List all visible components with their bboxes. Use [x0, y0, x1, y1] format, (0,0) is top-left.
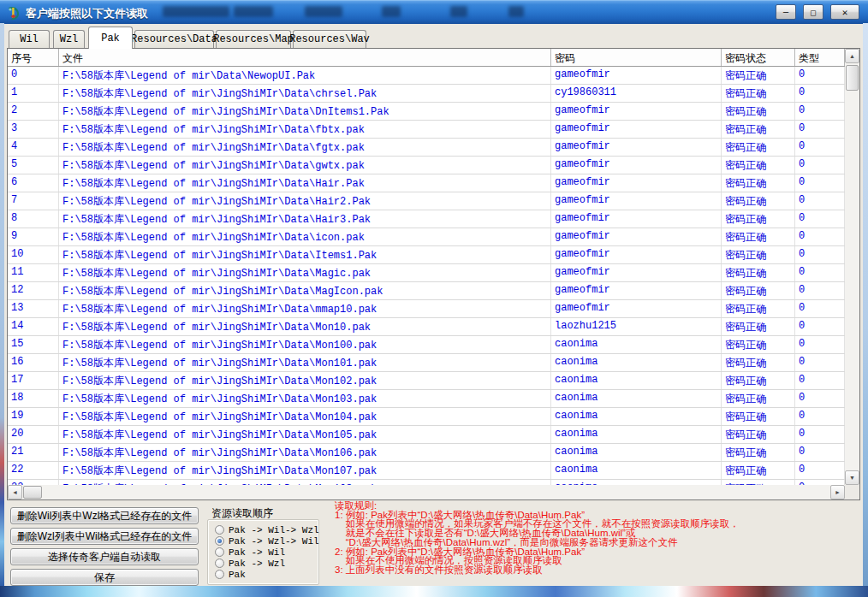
cell-file: F:\58版本库\Legend of mir\JingShiMIr\Data\M…	[59, 372, 551, 389]
table-row[interactable]: 20F:\58版本库\Legend of mir\JingShiMIr\Data…	[8, 426, 845, 444]
horizontal-scroll-thumb[interactable]	[23, 486, 42, 499]
cell-password: gameofmir	[551, 139, 722, 156]
cell-status: 密码正确	[722, 174, 795, 192]
cell-password: caonima	[551, 390, 722, 407]
table-body: 0F:\58版本库\Legend of mir\Data\NewopUI.Pak…	[8, 67, 845, 485]
radio-option-2[interactable]: Pak -> Wzl-> Wil	[215, 535, 319, 547]
cell-password: laozhu1215	[551, 318, 722, 335]
cell-password: caonima	[551, 426, 722, 443]
tab-pak[interactable]: Pak	[88, 27, 133, 49]
auto-read-client-button[interactable]: 选择传奇客户端自动读取	[10, 548, 199, 565]
tab-wil[interactable]: Wil	[9, 30, 50, 48]
tab-resources-map[interactable]: Resources\Map	[216, 30, 291, 48]
cell-status: 密码正确	[722, 282, 795, 299]
table-row[interactable]: 14F:\58版本库\Legend of mir\JingShiMIr\Data…	[8, 318, 845, 336]
scroll-up-button[interactable]: ▲	[845, 49, 859, 63]
column-header-status[interactable]: 密码状态	[722, 49, 795, 66]
cell-file: F:\58版本库\Legend of mir\JingShiMIr\Data\M…	[59, 444, 551, 461]
table-row[interactable]: 9F:\58版本库\Legend of mir\JingShiMIr\Data\…	[8, 228, 845, 246]
horizontal-scrollbar[interactable]: ◄ ►	[8, 485, 845, 499]
cell-password: gameofmir	[551, 246, 722, 263]
cell-status: 密码正确	[722, 103, 795, 120]
table-row[interactable]: 1F:\58版本库\Legend of mir\JingShiMIr\Data\…	[8, 85, 845, 103]
scroll-down-button[interactable]: ▼	[845, 470, 859, 485]
table-row[interactable]: 2F:\58版本库\Legend of mir\JingShiMIr\Data\…	[8, 103, 845, 121]
resource-order-options: Pak -> Wil-> WzlPak -> Wzl-> WilPak -> W…	[207, 519, 319, 585]
table-row[interactable]: 16F:\58版本库\Legend of mir\JingShiMIr\Data…	[8, 354, 845, 372]
table-row[interactable]: 13F:\58版本库\Legend of mir\JingShiMIr\Data…	[8, 300, 845, 318]
delete-wil-duplicates-button[interactable]: 删除Wil列表中Wzl格式已经存在的文件	[10, 507, 199, 524]
radio-option-5[interactable]: Pak	[215, 569, 246, 580]
cell-status: 密码正确	[722, 85, 795, 102]
table-header: 序号文件密码密码状态类型	[8, 49, 845, 67]
table-row[interactable]: 15F:\58版本库\Legend of mir\JingShiMIr\Data…	[8, 336, 845, 354]
table-row[interactable]: 5F:\58版本库\Legend of mir\JingShiMIr\Data\…	[8, 157, 845, 174]
cell-type: 0	[795, 67, 845, 84]
cell-status: 密码正确	[722, 318, 795, 335]
table-row[interactable]: 7F:\58版本库\Legend of mir\JingShiMIr\Data\…	[8, 192, 845, 210]
table-row[interactable]: 22F:\58版本库\Legend of mir\JingShiMIr\Data…	[8, 462, 845, 480]
column-header-file[interactable]: 文件	[59, 49, 551, 66]
cell-file: F:\58版本库\Legend of mir\JingShiMIr\Data\M…	[59, 318, 551, 335]
cell-type: 0	[795, 139, 845, 156]
window-border-bottom	[0, 586, 868, 597]
cell-type: 0	[795, 85, 845, 102]
cell-password: gameofmir	[551, 210, 722, 228]
cell-type: 0	[795, 444, 845, 461]
close-button[interactable]: ✕	[830, 4, 859, 20]
radio-option-1[interactable]: Pak -> Wil-> Wzl	[215, 524, 319, 535]
column-header-index[interactable]: 序号	[8, 49, 59, 66]
column-header-password[interactable]: 密码	[551, 49, 722, 66]
tab-resources-wav[interactable]: Resources\Wav	[293, 30, 366, 48]
radio-option-4[interactable]: Pak -> Wzl	[215, 558, 285, 569]
cell-type: 0	[795, 462, 845, 479]
vertical-scrollbar[interactable]: ▲ ▼	[845, 49, 859, 485]
radio-icon	[215, 559, 224, 568]
cell-password: gameofmir	[551, 192, 722, 210]
table-row[interactable]: 11F:\58版本库\Legend of mir\JingShiMIr\Data…	[8, 264, 845, 282]
cell-status: 密码正确	[722, 210, 795, 228]
cell-file: F:\58版本库\Legend of mir\JingShiMIr\Data\M…	[59, 282, 551, 299]
scroll-right-button[interactable]: ►	[830, 485, 845, 499]
tab-wzl[interactable]: Wzl	[53, 30, 85, 48]
delete-wzl-duplicates-button[interactable]: 删除Wzl列表中Wil格式已经存在的文件	[10, 528, 199, 545]
cell-type: 0	[795, 246, 845, 263]
cell-status: 密码正确	[722, 139, 795, 156]
cell-index: 1	[8, 85, 59, 102]
cell-file: F:\58版本库\Legend of mir\JingShiMIr\Data\M…	[59, 390, 551, 407]
table-row[interactable]: 19F:\58版本库\Legend of mir\JingShiMIr\Data…	[8, 408, 845, 426]
app-icon	[6, 5, 21, 21]
table-row[interactable]: 18F:\58版本库\Legend of mir\JingShiMIr\Data…	[8, 390, 845, 408]
cell-index: 17	[8, 372, 59, 389]
table-row[interactable]: 17F:\58版本库\Legend of mir\JingShiMIr\Data…	[8, 372, 845, 390]
table-row[interactable]: 10F:\58版本库\Legend of mir\JingShiMIr\Data…	[8, 246, 845, 264]
column-header-type[interactable]: 类型	[795, 49, 845, 66]
table-row[interactable]: 0F:\58版本库\Legend of mir\Data\NewopUI.Pak…	[8, 67, 845, 85]
tab-resources-data[interactable]: Resources\Data	[134, 30, 214, 48]
title-bar[interactable]: 客户端按照以下文件读取 ─ □ ✕	[0, 0, 868, 24]
radio-option-3[interactable]: Pak -> Wil	[215, 547, 285, 558]
maximize-button[interactable]: □	[803, 4, 823, 20]
table-row[interactable]: 3F:\58版本库\Legend of mir\JingShiMIr\Data\…	[8, 121, 845, 139]
cell-status: 密码正确	[722, 390, 795, 407]
table-row[interactable]: 6F:\58版本库\Legend of mir\JingShiMIr\Data\…	[8, 174, 845, 192]
cell-index: 3	[8, 121, 59, 138]
table-row[interactable]: 12F:\58版本库\Legend of mir\JingShiMIr\Data…	[8, 282, 845, 300]
minimize-button[interactable]: ─	[776, 4, 796, 20]
cell-status: 密码正确	[722, 336, 795, 353]
cell-password: caonima	[551, 408, 722, 425]
table-row[interactable]: 4F:\58版本库\Legend of mir\JingShiMIr\Data\…	[8, 139, 845, 157]
cell-index: 10	[8, 246, 59, 263]
vertical-scroll-thumb[interactable]	[846, 65, 859, 91]
table-row[interactable]: 21F:\58版本库\Legend of mir\JingShiMIr\Data…	[8, 444, 845, 462]
save-button[interactable]: 保存	[10, 569, 199, 586]
window-border-left	[0, 23, 4, 587]
cell-index: 18	[8, 390, 59, 407]
table-row[interactable]: 8F:\58版本库\Legend of mir\JingShiMIr\Data\…	[8, 210, 845, 228]
cell-password: caonima	[551, 462, 722, 479]
cell-status: 密码正确	[722, 300, 795, 317]
cell-index: 19	[8, 408, 59, 425]
window-title: 客户端按照以下文件读取	[26, 6, 148, 21]
radio-label: Pak -> Wil	[229, 547, 285, 558]
scroll-left-button[interactable]: ◄	[8, 485, 22, 499]
